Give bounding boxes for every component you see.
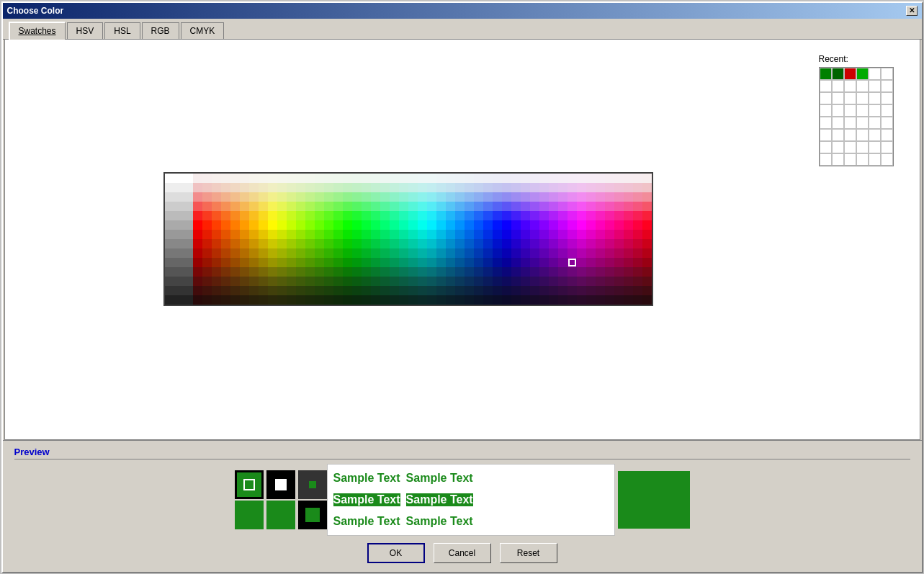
color-cell[interactable] <box>539 295 549 305</box>
color-cell[interactable] <box>558 230 568 239</box>
color-cell[interactable] <box>315 277 324 286</box>
color-cell[interactable] <box>315 267 324 277</box>
color-cell[interactable] <box>230 267 240 277</box>
color-cell[interactable] <box>596 211 605 220</box>
recent-cell[interactable] <box>820 104 832 117</box>
color-cell[interactable] <box>371 211 380 220</box>
recent-cell[interactable] <box>856 80 869 92</box>
color-cell[interactable] <box>399 295 408 305</box>
color-cell[interactable] <box>624 267 633 277</box>
color-cell[interactable] <box>633 183 642 192</box>
color-cell[interactable] <box>624 211 633 220</box>
color-cell[interactable] <box>324 277 333 286</box>
color-cell[interactable] <box>315 258 324 267</box>
color-cell[interactable] <box>268 192 277 202</box>
color-cell[interactable] <box>642 183 652 192</box>
color-cell[interactable] <box>465 211 474 220</box>
color-cell[interactable] <box>465 192 474 202</box>
color-cell[interactable] <box>586 258 596 267</box>
color-cell[interactable] <box>305 211 315 220</box>
recent-cell[interactable] <box>820 153 832 166</box>
color-cell[interactable] <box>165 239 174 248</box>
color-cell[interactable] <box>502 174 511 183</box>
color-cell[interactable] <box>390 295 399 305</box>
color-cell[interactable] <box>474 230 483 239</box>
color-cell[interactable] <box>390 286 399 295</box>
color-cell[interactable] <box>539 192 549 202</box>
color-cell[interactable] <box>465 174 474 183</box>
color-cell[interactable] <box>221 267 230 277</box>
color-cell[interactable] <box>380 183 390 192</box>
color-cell[interactable] <box>614 267 624 277</box>
color-cell[interactable] <box>427 248 436 258</box>
color-cell[interactable] <box>315 211 324 220</box>
recent-cell[interactable] <box>856 104 869 117</box>
color-cell[interactable] <box>165 192 174 202</box>
color-cell[interactable] <box>493 183 502 192</box>
color-cell[interactable] <box>502 267 511 277</box>
color-cell[interactable] <box>362 174 371 183</box>
color-cell[interactable] <box>296 230 305 239</box>
color-cell[interactable] <box>333 230 343 239</box>
color-cell[interactable] <box>240 286 249 295</box>
color-cell[interactable] <box>511 258 521 267</box>
color-cell[interactable] <box>221 286 230 295</box>
color-cell[interactable] <box>502 192 511 202</box>
color-cell[interactable] <box>324 248 333 258</box>
color-cell[interactable] <box>352 230 362 239</box>
color-cell[interactable] <box>277 239 287 248</box>
color-cell[interactable] <box>371 230 380 239</box>
color-cell[interactable] <box>436 183 446 192</box>
color-cell[interactable] <box>249 295 259 305</box>
color-cell[interactable] <box>633 239 642 248</box>
color-cell[interactable] <box>333 220 343 230</box>
color-cell[interactable] <box>408 267 418 277</box>
color-cell[interactable] <box>427 202 436 211</box>
color-cell[interactable] <box>493 202 502 211</box>
color-cell[interactable] <box>221 230 230 239</box>
color-cell[interactable] <box>614 174 624 183</box>
color-cell[interactable] <box>539 248 549 258</box>
color-cell[interactable] <box>333 211 343 220</box>
color-cell[interactable] <box>418 174 427 183</box>
color-cell[interactable] <box>511 230 521 239</box>
color-cell[interactable] <box>174 183 184 192</box>
color-cell[interactable] <box>483 211 493 220</box>
color-cell[interactable] <box>352 192 362 202</box>
color-cell[interactable] <box>287 202 296 211</box>
color-cell[interactable] <box>614 211 624 220</box>
recent-cell[interactable] <box>856 117 869 129</box>
color-cell[interactable] <box>305 286 315 295</box>
color-cell[interactable] <box>614 230 624 239</box>
color-cell[interactable] <box>268 239 277 248</box>
color-cell[interactable] <box>240 192 249 202</box>
color-cell[interactable] <box>296 192 305 202</box>
color-cell[interactable] <box>539 211 549 220</box>
color-cell[interactable] <box>305 220 315 230</box>
color-cell[interactable] <box>549 183 558 192</box>
color-cell[interactable] <box>539 277 549 286</box>
color-cell[interactable] <box>446 183 455 192</box>
color-cell[interactable] <box>577 192 586 202</box>
color-cell[interactable] <box>212 211 221 220</box>
color-cell[interactable] <box>174 277 184 286</box>
color-cell[interactable] <box>343 267 352 277</box>
color-cell[interactable] <box>390 230 399 239</box>
color-cell[interactable] <box>380 258 390 267</box>
color-cell[interactable] <box>455 183 465 192</box>
color-cell[interactable] <box>287 286 296 295</box>
color-cell[interactable] <box>184 248 193 258</box>
color-cell[interactable] <box>296 174 305 183</box>
color-cell[interactable] <box>605 239 614 248</box>
color-cell[interactable] <box>184 230 193 239</box>
color-cell[interactable] <box>605 192 614 202</box>
color-cell[interactable] <box>511 277 521 286</box>
color-cell[interactable] <box>642 258 652 267</box>
color-cell[interactable] <box>521 220 530 230</box>
color-cell[interactable] <box>530 267 539 277</box>
color-cell[interactable] <box>352 248 362 258</box>
color-cell[interactable] <box>642 174 652 183</box>
color-cell[interactable] <box>249 230 259 239</box>
color-cell[interactable] <box>390 267 399 277</box>
recent-cell[interactable] <box>856 141 869 153</box>
